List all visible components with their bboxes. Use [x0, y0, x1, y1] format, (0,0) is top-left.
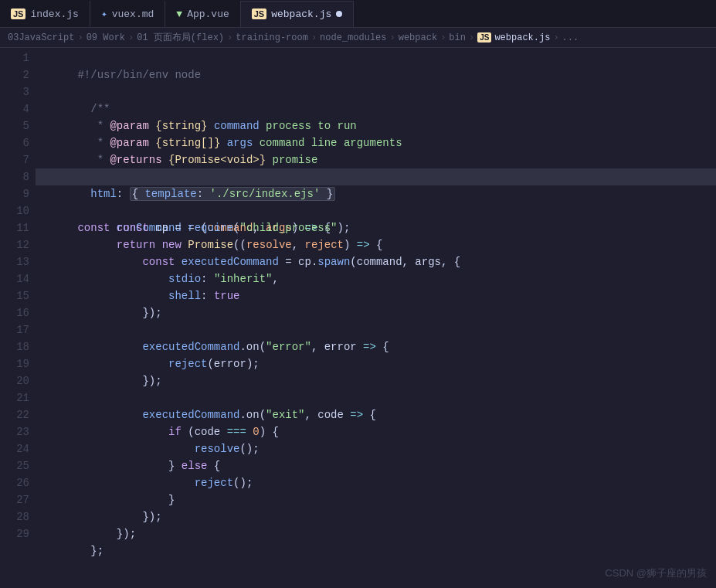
code-line-5: * @param {string[]} args command line ar…: [36, 117, 716, 134]
vue-icon: ▼: [176, 8, 182, 20]
code-line-6: * @returns {Promise<void>} promise: [36, 134, 716, 151]
breadcrumb: 03JavaScript › 09 Work › 01 页面布局(flex) ›…: [0, 28, 716, 48]
code-line-9: ▶ const runCommand = (command, args) => …: [36, 185, 716, 202]
code-line-15: });: [36, 287, 716, 304]
js-icon: JS: [252, 8, 266, 19]
code-line-8: html: { template: './src/index.ejs' }: [36, 168, 716, 185]
tab-webpack-js[interactable]: JS webpack.js: [241, 1, 354, 27]
code-line-12: const executedCommand = cp.spawn(command…: [36, 236, 716, 253]
line-numbers: 1 2 3 4 5 6 7 8 9 10 11 12 13 14 15 16 1…: [0, 48, 36, 586]
tab-label: vuex.md: [112, 8, 154, 20]
code-line-22: if (code === 0) {: [36, 406, 716, 423]
md-icon: ✦: [101, 8, 107, 20]
code-line-19: });: [36, 355, 716, 372]
code-line-28: });: [36, 508, 716, 525]
modified-dot: [336, 11, 342, 17]
code-line-7: 💡 /: [36, 151, 716, 168]
watermark: CSDN @狮子座的男孩: [605, 566, 707, 580]
code-line-4: * @param {string} command process to run: [36, 100, 716, 117]
tab-label: index.js: [30, 8, 78, 20]
tab-label: App.vue: [187, 8, 229, 20]
code-line-17: executedCommand.on("error", error => {: [36, 321, 716, 338]
code-line-18: reject(error);: [36, 338, 716, 355]
code-line-10: const cp = require("child_process");: [36, 202, 716, 219]
code-line-20: [36, 372, 716, 389]
code-line-13: stdio: "inherit",: [36, 253, 716, 270]
tab-label: webpack.js: [271, 8, 331, 20]
code-line-29: };: [36, 525, 716, 542]
code-line-25: reject();: [36, 457, 716, 474]
tab-app-vue[interactable]: ▼ App.vue: [165, 1, 240, 27]
tab-bar: JS index.js ✦ vuex.md ▼ App.vue JS webpa…: [0, 0, 716, 28]
code-area: 1 2 3 4 5 6 7 8 9 10 11 12 13 14 15 16 1…: [0, 48, 716, 586]
tab-vuex-md[interactable]: ✦ vuex.md: [90, 1, 165, 27]
code-line-11: return new Promise((resolve, reject) => …: [36, 219, 716, 236]
code-line-27: });: [36, 491, 716, 508]
code-line-3: /**: [36, 83, 716, 100]
tab-index-js[interactable]: JS index.js: [0, 1, 90, 27]
code-line-14: shell: true: [36, 270, 716, 287]
code-line-2: [36, 66, 716, 83]
code-line-23: resolve();: [36, 423, 716, 440]
code-line-16: [36, 304, 716, 321]
code-content: #!/usr/bin/env node /** * @param {string…: [36, 48, 716, 586]
code-line-24: } else {: [36, 440, 716, 457]
code-line-26: }: [36, 474, 716, 491]
js-icon: JS: [11, 8, 25, 19]
code-line-21: executedCommand.on("exit", code => {: [36, 389, 716, 406]
code-line-1: #!/usr/bin/env node: [36, 49, 716, 66]
